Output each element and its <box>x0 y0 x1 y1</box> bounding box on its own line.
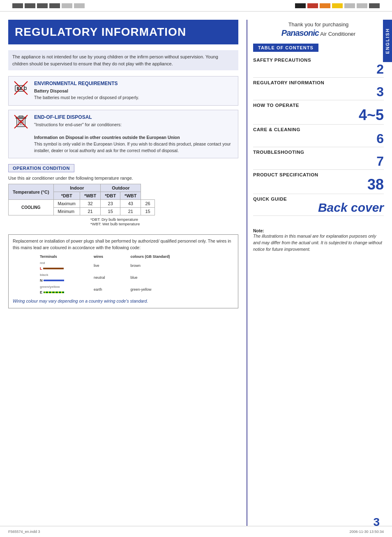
toc-item-regulatory: REGULATORY INFORMATION 3 <box>253 80 384 100</box>
mark-right-3 <box>320 3 330 8</box>
toc-spec-number: 38 <box>253 177 384 192</box>
marks-left <box>12 2 85 9</box>
toc-troubleshoot-number: 7 <box>253 155 384 168</box>
air-conditioner-text: Air Conditioner <box>320 31 355 37</box>
wire-E-earth: earth <box>91 284 108 296</box>
toc-item-troubleshoot: TROUBLESHOOTING 7 <box>253 150 384 170</box>
toc-troubleshoot-title: TROUBLESHOOTING <box>253 150 384 155</box>
wire-L-spacer <box>67 260 91 272</box>
environmental-title: ENVIRONMENTAL REQUIREMENTS <box>34 81 139 86</box>
svg-rect-15 <box>44 280 64 281</box>
mark-right-2 <box>307 3 318 8</box>
cooling-max-indoor-wbt: 23 <box>101 200 120 208</box>
mark-box-3 <box>37 3 48 8</box>
mark-right-1 <box>295 3 306 8</box>
note-label: Note: <box>253 228 384 233</box>
page-title-block: REGULATORY INFORMATION <box>8 20 238 44</box>
wbt-note: *WBT: Wet bulb temperature <box>90 222 238 226</box>
cooling-min-outdoor-dbt: 21 <box>120 208 141 215</box>
end-of-life-bold: Information on Disposal in other countri… <box>34 135 180 140</box>
wire-L-spacer2 <box>108 260 128 272</box>
left-column: REGULATORY INFORMATION The appliance is … <box>8 20 247 526</box>
wiring-note: Wiring colour may vary depending on a co… <box>13 298 234 305</box>
toc-item-operate: HOW TO OPERATE 4~5 <box>253 103 384 125</box>
battery-icon <box>13 81 29 95</box>
terminal-L-label: redL <box>37 260 67 272</box>
marks-right <box>295 2 380 9</box>
wire-E-spacer <box>67 284 91 296</box>
toc-spec-title: PRODUCT SPECIFICATION <box>253 172 384 177</box>
wire-table: Terminals wires colours (GB Standard) re… <box>37 254 173 296</box>
footer: F565574_en.indd 3 2006-11-30 13:50:34 <box>0 526 392 537</box>
wire-N-svg <box>44 279 64 282</box>
main-content: REGULATORY INFORMATION The appliance is … <box>0 12 392 526</box>
panasonic-brand-line: Panasonic Air Conditioner <box>253 28 384 38</box>
toc-item-spec: PRODUCT SPECIFICATION 38 <box>253 172 384 194</box>
terminal-E-label: green/yellowE <box>37 284 67 296</box>
mark-box-1 <box>12 3 23 8</box>
outdoor-header: Outdoor <box>101 184 141 192</box>
toc-item-safety: SAFETY PRECAUTIONS 2 <box>253 58 384 78</box>
wire-col-spacer2 <box>108 254 128 260</box>
cooling-min-indoor-wbt: 15 <box>101 208 120 215</box>
table-notes: *DBT: Dry bulb temperature *WBT: Wet bul… <box>90 217 238 226</box>
op-table: Temperature (°C) Indoor Outdoor *DBT *WB… <box>8 184 155 215</box>
thank-you-block: Thank you for purchasing Panasonic Air C… <box>253 20 384 38</box>
disposal-svg <box>14 114 28 129</box>
svg-rect-14 <box>43 268 64 269</box>
mark-right-5 <box>344 3 355 8</box>
op-condition-sub: Use this air conditioner under the follo… <box>8 176 238 181</box>
op-condition-label: OPERATION CONDITION <box>8 164 74 172</box>
svg-rect-18 <box>44 292 64 293</box>
end-of-life-body: END-OF-LIFE DISPOSAL "Instructions for e… <box>34 114 234 154</box>
toc-regulatory-title: REGULATORY INFORMATION <box>253 80 384 85</box>
wire-col-terminals: Terminals <box>37 254 67 260</box>
terminal-N-label: blackN <box>37 272 67 284</box>
bottom-note-box: Replacement or installation of power plu… <box>8 234 238 308</box>
bottom-note-intro: Replacement or installation of power plu… <box>13 238 234 251</box>
mark-box-4 <box>49 3 60 8</box>
svg-rect-5 <box>20 87 22 90</box>
wire-col-spacer <box>67 254 91 260</box>
end-of-life-intro: "Instructions for end-user" for air cond… <box>34 122 122 127</box>
right-column: ENGLISH Thank you for purchasing Panason… <box>247 20 384 526</box>
toc-safety-title: SAFETY PRECAUTIONS <box>253 58 384 62</box>
svg-rect-8 <box>19 116 23 117</box>
mark-box-6 <box>74 3 85 8</box>
note-right: Note: The illustrations in this manual a… <box>253 228 384 252</box>
wire-L-color: brown <box>128 260 173 272</box>
cooling-max-outdoor-wbt: 26 <box>141 200 154 208</box>
toc-care-title: CARE & CLEANING <box>253 127 384 132</box>
end-of-life-text: "Instructions for end-user" for air cond… <box>34 122 234 154</box>
end-of-life-body-text: This symbol is only valid in the Europea… <box>34 141 231 153</box>
warning-text: The appliance is not intended for use by… <box>8 50 238 70</box>
indoor-wbt-header: *WBT <box>80 192 100 200</box>
top-marks <box>0 0 392 12</box>
toc-item-care: CARE & CLEANING 6 <box>253 127 384 147</box>
panasonic-logo: Panasonic <box>281 28 319 37</box>
temp-header: Temperature (°C) <box>9 184 54 200</box>
cooling-label-min: Minimum <box>53 208 80 215</box>
page-number: 3 <box>373 516 380 529</box>
cooling-min-indoor-dbt: 21 <box>80 208 100 215</box>
wire-N-neutral: neutral <box>91 272 108 284</box>
indoor-dbt-header: *DBT <box>53 192 80 200</box>
wire-N-color: blue <box>128 272 173 284</box>
mark-right-6 <box>357 3 367 8</box>
wire-L-svg <box>43 267 64 270</box>
end-of-life-icon <box>13 114 29 129</box>
wire-N-spacer2 <box>108 272 128 284</box>
wire-L-live: live <box>91 260 108 272</box>
toc-quickguide-number: Back cover <box>253 201 384 214</box>
wire-col-wires: wires <box>91 254 108 260</box>
cooling-label-max: Maximum <box>53 200 80 208</box>
note-body-text: The illustrations in this manual are for… <box>253 233 384 252</box>
english-tab: ENGLISH <box>383 20 392 62</box>
cooling-label: COOLING <box>9 200 54 215</box>
end-of-life-title: END-OF-LIFE DISPOSAL <box>34 114 234 120</box>
svg-rect-4 <box>17 87 19 90</box>
outdoor-wbt-header: *WBT <box>120 192 141 200</box>
wire-E-color: green-yellow <box>128 284 173 296</box>
environmental-section: ENVIRONMENTAL REQUIREMENTS Battery Dispo… <box>8 76 238 106</box>
page-wrapper: REGULATORY INFORMATION The appliance is … <box>0 0 392 537</box>
